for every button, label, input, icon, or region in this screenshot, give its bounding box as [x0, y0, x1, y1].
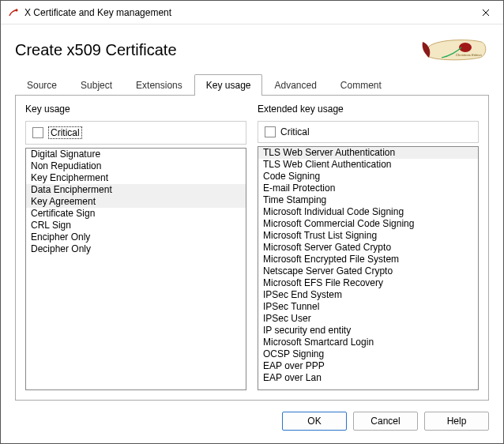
- extended-key-usage-listbox[interactable]: TLS Web Server AuthenticationTLS Web Cli…: [258, 146, 479, 390]
- extended-key-usage-item[interactable]: E-mail Protection: [258, 182, 478, 194]
- close-icon: [482, 9, 490, 17]
- svg-text:Christmas Edition: Christmas Edition: [456, 53, 482, 57]
- extended-key-usage-item[interactable]: IPSec Tunnel: [258, 301, 478, 313]
- tab-subject[interactable]: Subject: [69, 74, 124, 96]
- svg-point-0: [16, 9, 18, 11]
- key-usage-item[interactable]: Key Encipherment: [26, 172, 246, 184]
- page-title: Create x509 Certificate: [15, 41, 418, 59]
- extended-key-usage-item[interactable]: Microsoft Server Gated Crypto: [258, 242, 478, 254]
- titlebar: X Certificate and Key management: [1, 1, 503, 24]
- tab-advanced[interactable]: Advanced: [262, 74, 328, 96]
- extended-key-usage-item[interactable]: Microsoft EFS File Recovery: [258, 277, 478, 289]
- extended-key-usage-item[interactable]: Microsoft Encrypted File System: [258, 254, 478, 265]
- extended-key-usage-item[interactable]: Microsoft Smartcard Login: [258, 337, 478, 348]
- tab-extensions[interactable]: Extensions: [124, 74, 194, 96]
- key-usage-critical-checkbox[interactable]: [32, 127, 43, 138]
- key-usage-item[interactable]: Digital Signature: [26, 149, 246, 160]
- extended-key-usage-item[interactable]: EAP over Lan: [258, 372, 478, 384]
- key-usage-item[interactable]: Key Agreement: [26, 196, 246, 208]
- extended-key-usage-critical-checkbox[interactable]: [265, 126, 276, 137]
- cancel-button[interactable]: Cancel: [353, 412, 418, 431]
- extended-key-usage-item[interactable]: IP security end entity: [258, 325, 478, 337]
- window-title: X Certificate and Key management: [24, 7, 468, 18]
- extended-key-usage-label: Extended key usage: [258, 103, 479, 115]
- tab-comment[interactable]: Comment: [329, 74, 393, 96]
- key-usage-item[interactable]: Decipher Only: [26, 243, 246, 255]
- extended-key-usage-critical-group: Critical: [258, 121, 479, 143]
- extended-key-usage-item[interactable]: TLS Web Server Authentication: [258, 147, 478, 159]
- key-usage-item[interactable]: Encipher Only: [26, 231, 246, 243]
- key-usage-item[interactable]: CRL Sign: [26, 220, 246, 231]
- header: Create x509 Certificate Christmas Editio…: [1, 24, 503, 73]
- tab-source[interactable]: Source: [15, 74, 69, 96]
- tab-content: Key usage Critical Digital SignatureNon …: [15, 95, 489, 401]
- extended-key-usage-item[interactable]: IPSec User: [258, 313, 478, 325]
- extended-key-usage-critical-label[interactable]: Critical: [280, 126, 310, 137]
- extended-key-usage-item[interactable]: EAP over PPP: [258, 360, 478, 372]
- extended-key-usage-item[interactable]: OCSP Signing: [258, 348, 478, 360]
- app-icon: [7, 6, 20, 19]
- key-usage-critical-group: Critical: [25, 121, 246, 145]
- extended-key-usage-item[interactable]: Microsoft Commercial Code Signing: [258, 218, 478, 230]
- key-usage-listbox[interactable]: Digital SignatureNon RepudiationKey Enci…: [25, 148, 246, 390]
- key-usage-item[interactable]: Certificate Sign: [26, 208, 246, 220]
- extended-key-usage-item[interactable]: Code Signing: [258, 171, 478, 182]
- extended-key-usage-panel: Extended key usage Critical TLS Web Serv…: [258, 103, 479, 390]
- extended-key-usage-item[interactable]: TLS Web Client Authentication: [258, 159, 478, 171]
- key-usage-panel: Key usage Critical Digital SignatureNon …: [25, 103, 246, 390]
- key-usage-label: Key usage: [25, 103, 246, 115]
- help-button[interactable]: Help: [424, 412, 489, 431]
- key-usage-item[interactable]: Non Repudiation: [26, 160, 246, 172]
- close-button[interactable]: [468, 1, 503, 24]
- tabs: SourceSubjectExtensionsKey usageAdvanced…: [1, 73, 503, 95]
- key-usage-critical-label[interactable]: Critical: [48, 126, 82, 139]
- ok-button[interactable]: OK: [282, 412, 347, 431]
- extended-key-usage-item[interactable]: Netscape Server Gated Crypto: [258, 265, 478, 277]
- dialog-buttons: OK Cancel Help: [1, 412, 503, 443]
- extended-key-usage-item[interactable]: Microsoft Trust List Signing: [258, 230, 478, 242]
- extended-key-usage-item[interactable]: IPSec End System: [258, 289, 478, 301]
- tab-key-usage[interactable]: Key usage: [194, 74, 263, 96]
- extended-key-usage-item[interactable]: Microsoft Individual Code Signing: [258, 206, 478, 218]
- key-usage-item[interactable]: Data Encipherment: [26, 184, 246, 196]
- app-logo: Christmas Edition: [418, 34, 489, 66]
- extended-key-usage-item[interactable]: Time Stamping: [258, 194, 478, 206]
- dialog-window: X Certificate and Key management Create …: [0, 0, 504, 444]
